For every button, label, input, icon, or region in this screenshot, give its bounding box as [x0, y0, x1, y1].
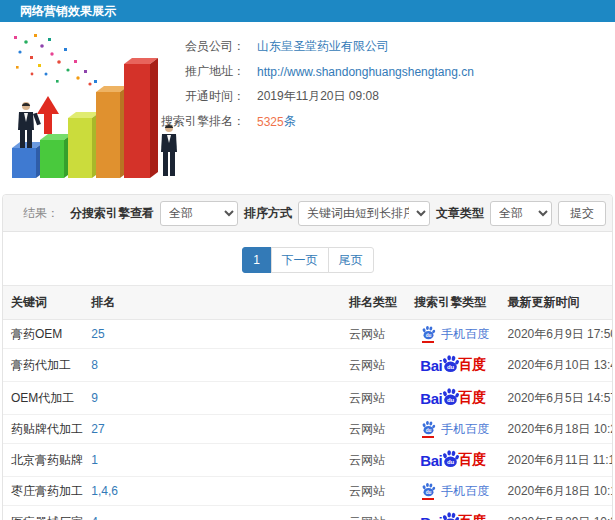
svg-text:du: du: [425, 333, 431, 338]
bar-yellow: [68, 112, 100, 178]
open-time-label: 开通时间：: [130, 88, 245, 105]
baidu-red-underline: [422, 436, 434, 438]
engine-filter-select[interactable]: 全部: [160, 201, 238, 226]
article-type-label: 文章类型: [436, 205, 484, 222]
last-page-button[interactable]: 尾页: [328, 247, 374, 273]
submit-button[interactable]: 提交: [558, 201, 606, 226]
col-rank: 排名: [83, 286, 341, 320]
up-arrow-icon: [37, 96, 59, 134]
updated-cell: 2020年6月9日 17:50: [500, 320, 612, 349]
engine-cell: Bai du 百度: [406, 444, 499, 477]
rank-type-cell: 云网站: [341, 382, 406, 415]
filter-controls: 分搜索引擎查看 全部 排序方式 关键词由短到长排序 文章类型 全部 提交: [70, 201, 606, 226]
baidu-red-underline: [422, 498, 434, 500]
svg-text:du: du: [425, 490, 431, 495]
rank-link[interactable]: 9: [83, 382, 341, 415]
updated-cell: 2020年6月11日 11:18: [500, 444, 612, 477]
svg-text:du: du: [447, 364, 455, 370]
promo-url-label: 推广地址：: [130, 63, 245, 80]
top-info-section: 会员公司： 山东皇圣堂药业有限公司 推广地址： http://www.shand…: [0, 22, 615, 190]
info-row-opened: 开通时间： 2019年11月20日 09:08: [130, 84, 610, 109]
table-row: 北京膏药贴牌 1 云网站 Bai du 百度 202: [3, 444, 612, 477]
rank-type-cell: 云网站: [341, 506, 406, 520]
businessman-left: [18, 102, 41, 148]
rank-count-value: 5325: [257, 115, 284, 129]
rank-type-cell: 云网站: [341, 477, 406, 506]
rank-link[interactable]: 27: [83, 415, 341, 444]
table-row: 枣庄膏药加工 1,4,6 云网站 du: [3, 477, 612, 506]
mobile-baidu-logo: du 手机百度: [420, 482, 489, 500]
rank-type-cell: 云网站: [341, 444, 406, 477]
baidu-latin-text: Bai: [420, 452, 442, 469]
keyword-cell: 北京膏药贴牌: [3, 444, 83, 477]
keyword-cell: OEM代加工: [3, 382, 83, 415]
engine-cell: du 手机百度: [406, 415, 499, 444]
rank-link[interactable]: 4: [83, 506, 341, 520]
baidu-logo: Bai du 百度: [420, 511, 486, 520]
table-body: 膏药OEM 25 云网站 du: [3, 320, 612, 520]
keyword-cell: 医疗器械厂家: [3, 506, 83, 520]
baidu-red-underline: [422, 341, 434, 343]
rank-count-suffix: 条: [284, 113, 296, 130]
baidu-logo: Bai du 百度: [420, 354, 486, 376]
baidu-latin-text: Bai: [420, 514, 442, 520]
svg-text:du: du: [447, 397, 455, 403]
updated-cell: 2020年6月10日 13:40: [500, 349, 612, 382]
rank-type-cell: 云网站: [341, 415, 406, 444]
sort-filter-label: 排序方式: [244, 205, 292, 222]
rank-link[interactable]: 25: [83, 320, 341, 349]
pagination: 1 下一页 尾页: [242, 247, 374, 273]
info-row-rankcount: 搜索引擎排名： 5325 条: [130, 109, 610, 134]
next-page-button[interactable]: 下一页: [271, 247, 329, 273]
engine-cell: du 手机百度: [406, 477, 499, 506]
result-panel: 结果： 分搜索引擎查看 全部 排序方式 关键词由短到长排序 文章类型 全部 提交…: [2, 194, 613, 520]
baidu-paw-icon: du: [420, 420, 436, 438]
baidu-cn-text: 百度: [458, 451, 486, 469]
keyword-cell: 药贴牌代加工: [3, 415, 83, 444]
bar-green: [40, 134, 72, 178]
confetti-dots: [14, 34, 111, 99]
mobile-baidu-logo: du 手机百度: [420, 325, 489, 343]
member-info: 会员公司： 山东皇圣堂药业有限公司 推广地址： http://www.shand…: [130, 34, 610, 134]
info-row-url: 推广地址： http://www.shandonghuangshengtang.…: [130, 59, 610, 84]
engine-cell: Bai du 百度: [406, 382, 499, 415]
filter-bar: 结果： 分搜索引擎查看 全部 排序方式 关键词由短到长排序 文章类型 全部 提交: [3, 195, 612, 232]
page-1-button[interactable]: 1: [242, 247, 272, 273]
baidu-logo: Bai du 百度: [420, 387, 486, 409]
updated-cell: 2020年6月18日 10:19: [500, 477, 612, 506]
table-row: 药贴牌代加工 27 云网站 du: [3, 415, 612, 444]
baidu-logo: Bai du 百度: [420, 449, 486, 471]
promo-url-link[interactable]: http://www.shandonghuangshengtang.cn: [257, 65, 474, 79]
page-title: 网络营销效果展示: [0, 0, 615, 22]
table-row: 膏药OEM 25 云网站 du: [3, 320, 612, 349]
rank-type-cell: 云网站: [341, 349, 406, 382]
bar-orange: [96, 86, 128, 178]
rank-link[interactable]: 1: [83, 444, 341, 477]
svg-text:du: du: [447, 459, 455, 465]
engine-filter-label: 分搜索引擎查看: [70, 205, 154, 222]
baidu-paw-icon: du: [420, 482, 436, 500]
svg-text:du: du: [425, 428, 431, 433]
company-link[interactable]: 山东皇圣堂药业有限公司: [257, 38, 389, 55]
article-type-select[interactable]: 全部: [490, 201, 552, 226]
col-rank-type: 排名类型: [341, 286, 406, 320]
updated-cell: 2020年5月29日 10:32: [500, 506, 612, 520]
engine-cell: Bai du 百度: [406, 349, 499, 382]
rank-link[interactable]: 1,4,6: [83, 477, 341, 506]
baidu-cn-text: 百度: [458, 513, 486, 520]
keyword-cell: 枣庄膏药加工: [3, 477, 83, 506]
mobile-baidu-logo: du 手机百度: [420, 420, 489, 438]
engine-cell: Bai du 百度: [406, 506, 499, 520]
col-updated: 最新更新时间: [500, 286, 612, 320]
table-row: 膏药代加工 8 云网站 Bai du 百度 2020: [3, 349, 612, 382]
engine-cell: du 手机百度: [406, 320, 499, 349]
result-label: 结果：: [23, 205, 59, 222]
baidu-cn-text: 百度: [458, 356, 486, 374]
table-row: 医疗器械厂家 4 云网站 Bai du 百度 202: [3, 506, 612, 520]
company-label: 会员公司：: [130, 38, 245, 55]
updated-cell: 2020年6月18日 10:25: [500, 415, 612, 444]
rank-link[interactable]: 8: [83, 349, 341, 382]
baidu-latin-text: Bai: [420, 357, 442, 374]
sort-filter-select[interactable]: 关键词由短到长排序: [298, 201, 430, 226]
mobile-baidu-label: 手机百度: [441, 483, 489, 500]
